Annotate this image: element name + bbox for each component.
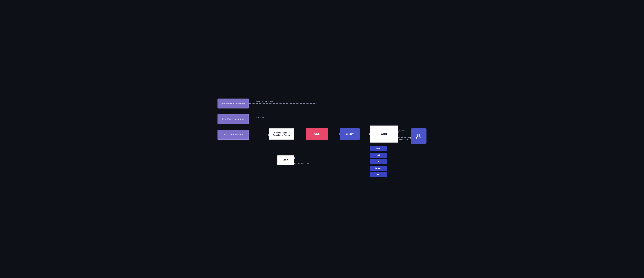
user-node (411, 128, 426, 144)
images-asset: Images (370, 166, 387, 171)
trigger-label: TRIGGER (256, 116, 264, 118)
html-asset: HTML (370, 146, 387, 151)
webhook-trigger-label: WEBHOOK TRIGGER (256, 101, 273, 102)
css-asset: CSS (370, 153, 387, 158)
cms-node: CMS (277, 155, 294, 165)
new-code-node: New Code Pushed (218, 130, 249, 140)
cms-content-node: CMS Content Changes (218, 98, 249, 108)
deploy-node: Deploy (340, 128, 360, 140)
svg-point-21 (418, 134, 420, 136)
cdn-node: CDN (370, 125, 398, 143)
architecture-diagram: SSG (double headed dotted) --> WEBHOOK T… (215, 93, 429, 185)
fetch-content-label: FETCH CONTENT (294, 162, 309, 164)
response-label: RESPONSE (399, 138, 408, 140)
cdn-assets: HTML CSS JS Images Etc. (370, 146, 387, 177)
etc-asset: Etc. (370, 172, 387, 177)
source-code-node: Source Code/ Template Files (269, 128, 294, 140)
request-label: REQUEST (399, 129, 407, 131)
third-party-node: 3rd Party Webhook (218, 114, 249, 124)
ssg-node: SSG (306, 128, 328, 140)
user-icon (416, 133, 422, 139)
js-asset: JS (370, 159, 387, 164)
